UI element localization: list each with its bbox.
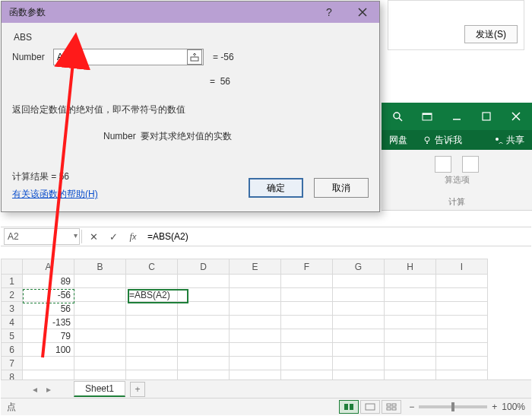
insert-function-button[interactable]: fx	[123, 228, 143, 245]
cell[interactable]	[281, 343, 333, 357]
cell[interactable]	[178, 357, 230, 370]
row-header[interactable]: 3	[2, 302, 23, 316]
cell[interactable]	[385, 288, 436, 302]
cell[interactable]	[436, 288, 488, 302]
formula-input[interactable]	[143, 228, 531, 245]
cell[interactable]	[333, 275, 385, 288]
cell[interactable]	[281, 357, 333, 370]
cell[interactable]	[178, 343, 230, 357]
zoom-percent[interactable]: 100%	[502, 402, 525, 412]
cell[interactable]	[178, 302, 230, 316]
cell[interactable]	[333, 288, 385, 302]
cell[interactable]: 56	[23, 302, 74, 316]
close-button[interactable]	[346, 2, 379, 23]
spreadsheet-grid[interactable]: A B C D E F G H I 189 2-56=ABS(A2) 356 4…	[1, 259, 531, 379]
row-header[interactable]: 5	[2, 329, 23, 343]
cell[interactable]	[126, 302, 178, 316]
cell[interactable]	[74, 357, 126, 370]
cell[interactable]: -135	[23, 316, 74, 329]
range-selector-button[interactable]	[187, 49, 202, 65]
cell[interactable]	[230, 329, 281, 343]
col-header[interactable]: H	[385, 259, 436, 275]
cell[interactable]	[230, 302, 281, 316]
cell[interactable]	[74, 343, 126, 357]
cell[interactable]	[333, 329, 385, 343]
cell[interactable]	[230, 357, 281, 370]
sheet-tab[interactable]: Sheet1	[74, 381, 125, 397]
active-cell-edit[interactable]: =ABS(A2)	[126, 288, 178, 302]
col-header[interactable]: E	[230, 259, 281, 275]
cell[interactable]: 89	[23, 275, 74, 288]
tellme-search[interactable]: 告诉我	[415, 134, 470, 147]
cell[interactable]	[281, 316, 333, 329]
cell[interactable]	[126, 370, 178, 380]
col-header[interactable]: F	[281, 259, 333, 275]
cell[interactable]	[230, 275, 281, 288]
cell[interactable]	[385, 316, 436, 329]
view-page-layout-button[interactable]	[360, 400, 380, 414]
col-header[interactable]: I	[436, 259, 488, 275]
send-button[interactable]: 发送(S)	[464, 25, 518, 43]
cell[interactable]: -56	[23, 288, 74, 302]
cell[interactable]	[333, 357, 385, 370]
zoom-slider[interactable]	[419, 405, 487, 408]
cell[interactable]	[178, 316, 230, 329]
zoom-out-button[interactable]: −	[409, 402, 414, 412]
cell[interactable]	[436, 329, 488, 343]
minimize-button[interactable]	[444, 106, 470, 127]
cancel-button[interactable]: 取消	[314, 178, 369, 198]
accept-formula-button[interactable]: ✓	[103, 228, 123, 245]
cell[interactable]	[230, 370, 281, 380]
row-header[interactable]: 4	[2, 316, 23, 329]
cell[interactable]	[230, 288, 281, 302]
ribbon-icon-2[interactable]	[462, 156, 479, 173]
cell[interactable]	[281, 370, 333, 380]
cell[interactable]	[436, 275, 488, 288]
search-icon[interactable]	[385, 106, 411, 127]
cell[interactable]: 100	[23, 343, 74, 357]
col-header[interactable]: G	[333, 259, 385, 275]
cell[interactable]	[23, 357, 74, 370]
row-header[interactable]: 7	[2, 357, 23, 370]
select-all-corner[interactable]	[2, 259, 23, 275]
cell[interactable]	[385, 357, 436, 370]
window-icon[interactable]	[414, 106, 441, 127]
cell[interactable]	[333, 370, 385, 380]
cell[interactable]: 79	[23, 329, 74, 343]
cell[interactable]	[126, 329, 178, 343]
col-header[interactable]: D	[178, 259, 230, 275]
cell[interactable]	[178, 370, 230, 380]
cell[interactable]	[178, 329, 230, 343]
cell[interactable]	[178, 288, 230, 302]
cell[interactable]	[281, 275, 333, 288]
cell[interactable]	[74, 329, 126, 343]
tab-nav-next[interactable]: ▸	[42, 384, 55, 395]
cell[interactable]	[436, 357, 488, 370]
view-page-break-button[interactable]	[382, 400, 401, 414]
view-normal-button[interactable]	[339, 400, 359, 414]
tab-netdisk[interactable]: 网盘	[382, 134, 415, 147]
cell[interactable]	[126, 275, 178, 288]
help-button[interactable]: ?	[312, 2, 346, 23]
cell[interactable]	[281, 302, 333, 316]
cell[interactable]	[74, 316, 126, 329]
cell[interactable]	[74, 370, 126, 380]
cell[interactable]	[126, 316, 178, 329]
row-header[interactable]: 1	[2, 275, 23, 288]
cell[interactable]	[385, 370, 436, 380]
cell[interactable]	[74, 288, 126, 302]
ok-button[interactable]: 确定	[249, 178, 303, 198]
row-header[interactable]: 6	[2, 343, 23, 357]
ribbon-icon-1[interactable]	[435, 156, 451, 173]
cell[interactable]	[385, 343, 436, 357]
cell[interactable]	[436, 302, 488, 316]
zoom-in-button[interactable]: +	[492, 402, 497, 412]
cell[interactable]	[178, 275, 230, 288]
function-help-link[interactable]: 有关该函数的帮助(H)	[12, 188, 98, 201]
add-sheet-button[interactable]: +	[130, 382, 145, 397]
row-header[interactable]: 2	[2, 288, 23, 302]
cell[interactable]	[126, 343, 178, 357]
cell[interactable]	[436, 316, 488, 329]
col-header[interactable]: C	[126, 259, 178, 275]
tab-nav-prev[interactable]: ◂	[28, 384, 42, 395]
